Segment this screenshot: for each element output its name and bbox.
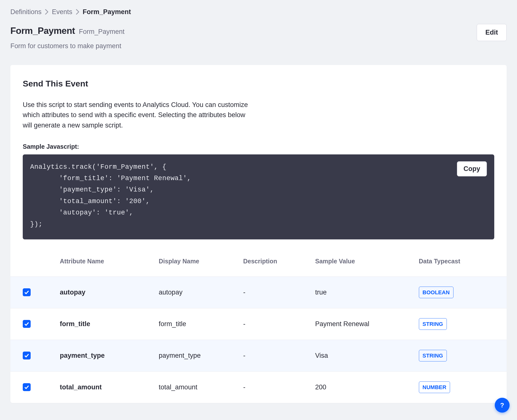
cell-attribute-name: autopay (37, 276, 153, 308)
sample-js-label: Sample Javascript: (23, 142, 494, 151)
cell-display-name: total_amount (153, 371, 237, 403)
table-row: autopayautopay-trueBOOLEAN (10, 276, 507, 308)
panel-title: Send This Event (23, 77, 494, 90)
cell-display-name: form_title (153, 308, 237, 340)
breadcrumb-current: Form_Payment (83, 7, 131, 17)
row-checkbox[interactable] (23, 320, 31, 328)
col-header-desc: Description (237, 252, 309, 276)
col-header-attr: Attribute Name (37, 252, 153, 276)
cell-sample-value: true (309, 276, 413, 308)
copy-button[interactable]: Copy (457, 161, 487, 176)
send-event-panel: Send This Event Use this script to start… (10, 65, 507, 403)
help-button[interactable]: ? (495, 398, 510, 413)
table-row: form_titleform_title-Payment RenewalSTRI… (10, 308, 507, 340)
col-header-sample: Sample Value (309, 252, 413, 276)
cell-sample-value: 200 (309, 371, 413, 403)
page-header: Form_Payment Form_Payment Form for custo… (10, 24, 507, 51)
col-header-display: Display Name (153, 252, 237, 276)
code-content[interactable]: Analytics.track('Form_Payment', { 'form_… (30, 161, 487, 230)
cell-attribute-name: payment_type (37, 340, 153, 371)
breadcrumb-definitions[interactable]: Definitions (10, 7, 42, 17)
row-checkbox[interactable] (23, 383, 31, 391)
cell-description: - (237, 340, 309, 371)
page-title-inline-sub: Form_Payment (79, 27, 125, 37)
attributes-table: Attribute Name Display Name Description … (10, 252, 507, 403)
cell-display-name: payment_type (153, 340, 237, 371)
cell-sample-value: Payment Renewal (309, 308, 413, 340)
table-row: total_amounttotal_amount-200NUMBER (10, 371, 507, 403)
col-header-type: Data Typecast (413, 252, 507, 276)
cell-display-name: autopay (153, 276, 237, 308)
type-badge: NUMBER (419, 381, 450, 393)
breadcrumb-events[interactable]: Events (52, 7, 72, 17)
cell-description: - (237, 308, 309, 340)
col-header-check (10, 252, 37, 276)
type-badge: BOOLEAN (419, 287, 453, 298)
breadcrumb: Definitions Events Form_Payment (10, 7, 507, 17)
row-checkbox[interactable] (23, 352, 31, 359)
code-block: Copy Analytics.track('Form_Payment', { '… (23, 154, 494, 240)
page-title: Form_Payment (10, 24, 75, 38)
cell-attribute-name: form_title (37, 308, 153, 340)
page-description: Form for customers to make payment (10, 41, 125, 51)
type-badge: STRING (419, 350, 447, 361)
cell-sample-value: Visa (309, 340, 413, 371)
type-badge: STRING (419, 318, 447, 330)
cell-description: - (237, 371, 309, 403)
chevron-right-icon (76, 9, 79, 15)
edit-button[interactable]: Edit (477, 24, 507, 41)
table-row: payment_typepayment_type-VisaSTRING (10, 340, 507, 371)
cell-attribute-name: total_amount (37, 371, 153, 403)
panel-description: Use this script to start sending events … (23, 100, 250, 131)
row-checkbox[interactable] (23, 288, 31, 296)
cell-description: - (237, 276, 309, 308)
chevron-right-icon (45, 9, 48, 15)
